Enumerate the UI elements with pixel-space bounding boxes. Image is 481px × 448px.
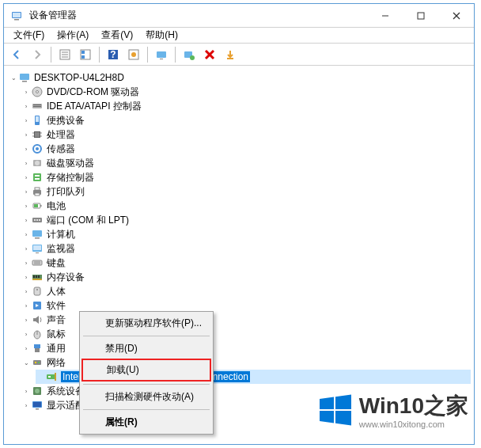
close-button[interactable] (438, 4, 474, 27)
category-label: 网络 (47, 356, 66, 370)
disk-icon (31, 157, 44, 169)
category-node[interactable]: ›打印队列 (21, 184, 471, 199)
category-label: 电池 (47, 199, 66, 213)
show-hidden-button[interactable] (152, 45, 171, 64)
category-label: 软件 (47, 299, 66, 313)
category-label: 打印队列 (47, 185, 85, 199)
minimize-button[interactable] (367, 4, 403, 27)
menubar: 文件(F) 操作(A) 查看(V) 帮助(H) (4, 28, 474, 44)
window-title: 设备管理器 (28, 9, 367, 22)
mouse-icon (31, 328, 44, 340)
ctx-scan-hardware[interactable]: 扫描检测硬件改动(A) (81, 387, 211, 407)
maximize-button[interactable] (403, 4, 438, 27)
expand-icon[interactable]: › (21, 116, 31, 125)
svg-point-28 (36, 91, 39, 93)
expand-icon[interactable]: › (21, 301, 31, 310)
menu-action[interactable]: 操作(A) (51, 27, 95, 44)
ctx-uninstall[interactable]: 卸载(U) (81, 359, 211, 382)
refresh-button[interactable] (124, 45, 143, 64)
expand-icon[interactable]: › (21, 187, 31, 196)
svg-point-41 (36, 147, 39, 150)
category-node[interactable]: ›内存设备 (21, 270, 471, 284)
collapse-icon[interactable]: ⌄ (21, 358, 31, 367)
ctx-disable[interactable]: 禁用(D) (81, 339, 211, 359)
usb-icon (31, 342, 44, 355)
svg-rect-60 (33, 245, 41, 250)
menu-view[interactable]: 查看(V) (95, 27, 139, 44)
category-node[interactable]: ›存储控制器 (21, 170, 471, 184)
uninstall-button[interactable] (200, 45, 219, 64)
computer-icon (31, 228, 44, 241)
category-node[interactable]: ›端口 (COM 和 LPT) (21, 213, 471, 227)
spacer (36, 372, 45, 382)
computer-icon (18, 71, 31, 84)
expand-icon[interactable]: › (21, 344, 31, 353)
category-node[interactable]: ›处理器 (21, 127, 471, 142)
expand-icon[interactable]: › (21, 315, 31, 325)
expand-icon[interactable]: › (21, 173, 31, 182)
expand-icon[interactable]: › (21, 272, 31, 282)
expand-icon[interactable]: › (21, 158, 31, 168)
category-label: 磁盘驱动器 (47, 157, 94, 170)
ctx-separator (83, 384, 210, 385)
expand-icon[interactable]: › (21, 144, 31, 154)
svg-point-56 (39, 219, 40, 221)
menu-file[interactable]: 文件(F) (7, 27, 51, 44)
expand-icon[interactable]: › (21, 401, 31, 410)
list-button[interactable] (76, 45, 95, 64)
svg-rect-78 (35, 362, 36, 363)
category-label: 计算机 (47, 228, 75, 241)
device-tree[interactable]: ⌄ DESKTOP-U4L2H8D ›DVD/CD-ROM 驱动器›IDE AT… (4, 66, 474, 416)
expand-icon[interactable]: › (21, 258, 31, 268)
forward-button[interactable] (28, 45, 47, 64)
expand-icon[interactable]: › (21, 130, 31, 139)
category-node[interactable]: ›监视器 (21, 241, 471, 256)
category-label: 端口 (COM 和 LPT) (47, 214, 129, 227)
category-label: DVD/CD-ROM 驱动器 (47, 85, 139, 99)
svg-rect-2 (13, 13, 21, 17)
expand-icon[interactable]: › (21, 201, 31, 211)
category-node[interactable]: ›键盘 (21, 256, 471, 270)
ctx-update-driver[interactable]: 更新驱动程序软件(P)... (81, 313, 211, 333)
properties-button[interactable] (55, 45, 74, 64)
svg-point-43 (35, 161, 40, 165)
svg-rect-69 (32, 279, 42, 280)
update-driver-button[interactable] (221, 45, 240, 64)
category-label: 人体 (47, 285, 66, 298)
help-button[interactable]: ? (104, 45, 123, 64)
expand-icon[interactable]: › (21, 329, 31, 339)
expand-icon[interactable]: › (21, 101, 31, 111)
expand-icon[interactable]: › (21, 215, 31, 225)
expand-icon[interactable]: › (21, 244, 31, 253)
svg-point-55 (36, 219, 38, 221)
svg-rect-35 (35, 132, 40, 137)
svg-rect-48 (35, 188, 40, 190)
category-node[interactable]: ›便携设备 (21, 113, 471, 127)
category-node[interactable]: ›计算机 (21, 227, 471, 241)
ctx-separator (83, 336, 210, 336)
expand-icon[interactable]: › (21, 87, 31, 97)
toolbar-separator (147, 47, 148, 63)
expand-icon[interactable]: › (21, 287, 31, 296)
category-node[interactable]: ›IDE ATA/ATAPI 控制器 (21, 99, 471, 113)
storage-icon (31, 171, 44, 184)
category-node[interactable]: ›人体 (21, 284, 471, 298)
expand-icon[interactable]: › (21, 230, 31, 239)
menu-help[interactable]: 帮助(H) (139, 27, 184, 44)
category-node[interactable]: ›电池 (21, 199, 471, 213)
collapse-icon[interactable]: ⌄ (9, 73, 18, 82)
category-label: 鼠标 (47, 328, 66, 341)
category-node[interactable]: ›传感器 (21, 142, 471, 156)
svg-rect-70 (34, 287, 40, 295)
expand-icon[interactable]: › (21, 386, 31, 396)
software-icon (31, 299, 44, 312)
category-node[interactable]: ›DVD/CD-ROM 驱动器 (21, 85, 471, 99)
category-node[interactable]: ›磁盘驱动器 (21, 156, 471, 170)
back-button[interactable] (7, 45, 26, 64)
svg-rect-19 (160, 59, 163, 59)
root-node[interactable]: ⌄ DESKTOP-U4L2H8D (7, 70, 471, 85)
scan-hardware-button[interactable] (180, 45, 199, 64)
ctx-properties[interactable]: 属性(R) (81, 412, 211, 432)
svg-text:?: ? (110, 49, 116, 60)
svg-rect-75 (34, 344, 40, 348)
